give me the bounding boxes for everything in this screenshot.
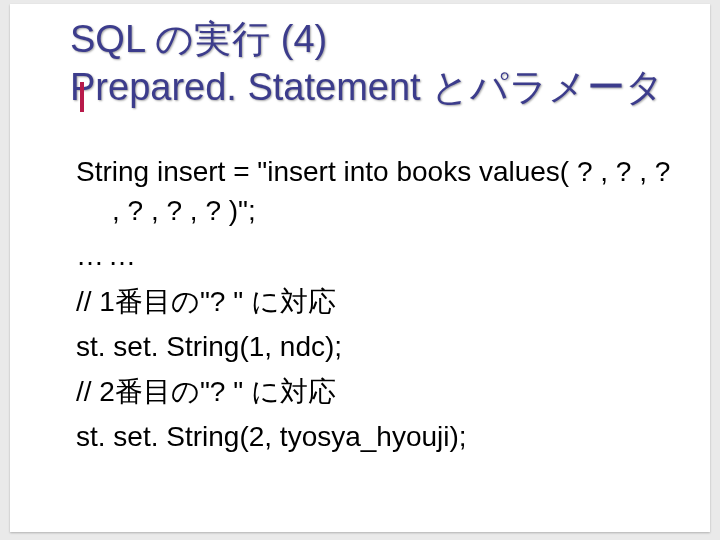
comment-line-1: // 1番目の"? " に対応 <box>76 282 676 321</box>
code-line-set-1: st. set. String(1, ndc); <box>76 327 676 366</box>
slide-body: String insert = "insert into books value… <box>76 152 676 462</box>
title-accent-bar <box>80 82 84 112</box>
title-line-1: SQL の実行 (4) <box>70 16 690 64</box>
comment-line-2: // 2番目の"? " に対応 <box>76 372 676 411</box>
slide-canvas: SQL の実行 (4) Prepared. Statement とパラメータ S… <box>0 0 720 540</box>
slide: SQL の実行 (4) Prepared. Statement とパラメータ S… <box>10 4 710 532</box>
title-line-2: Prepared. Statement とパラメータ <box>70 64 690 112</box>
code-line-set-2: st. set. String(2, tyosya_hyouji); <box>76 417 676 456</box>
code-line-insert: String insert = "insert into books value… <box>76 152 676 230</box>
slide-title: SQL の実行 (4) Prepared. Statement とパラメータ <box>70 16 690 111</box>
ellipsis-line: …… <box>76 236 676 275</box>
